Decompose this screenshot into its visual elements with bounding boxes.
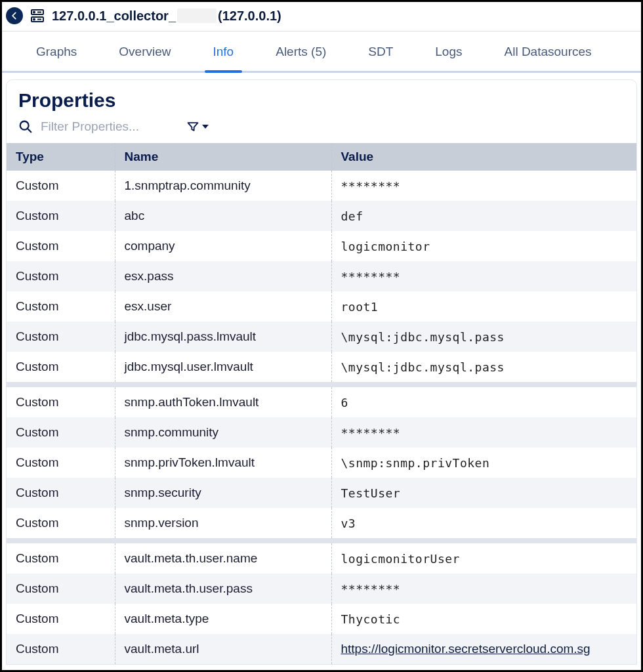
cell-value: ********	[331, 261, 636, 291]
svg-point-2	[33, 12, 35, 13]
cell-name: vault.meta.th.user.pass	[115, 574, 331, 604]
cell-value: ********	[331, 417, 636, 448]
page-header: 127.0.0.1_collector_ (127.0.0.1)	[2, 2, 641, 32]
search-icon[interactable]	[18, 119, 33, 134]
cell-name: vault.meta.th.user.name	[115, 543, 331, 574]
page-title: 127.0.0.1_collector_ (127.0.0.1)	[52, 9, 281, 24]
table-header-row: Type Name Value	[7, 143, 636, 171]
cell-name: snmp.security	[115, 478, 331, 508]
cell-name: jdbc.mysql.user.lmvault	[115, 352, 331, 382]
cell-name: vault.meta.type	[115, 604, 331, 634]
table-row: Customsnmp.privToken.lmvault\snmp:snmp.p…	[7, 448, 636, 478]
cell-name: vault.meta.url	[115, 634, 331, 664]
table-row: Customjdbc.mysql.user.lmvault\mysql:jdbc…	[7, 352, 636, 382]
svg-line-7	[28, 129, 31, 133]
server-icon	[30, 8, 45, 24]
cell-type: Custom	[7, 417, 115, 448]
cell-name: 1.snmptrap.community	[115, 171, 331, 201]
back-button[interactable]	[6, 7, 23, 24]
cell-type: Custom	[7, 171, 115, 201]
cell-name: snmp.community	[115, 417, 331, 448]
cell-type: Custom	[7, 478, 115, 508]
table-row: Customsnmp.securityTestUser	[7, 478, 636, 508]
table-row: Customabcdef	[7, 201, 636, 231]
tab-logs[interactable]: Logs	[414, 32, 483, 71]
chevron-left-icon	[10, 11, 19, 20]
cell-value: 6	[331, 387, 636, 417]
properties-table: Type Name Value Custom1.snmptrap.communi…	[7, 143, 636, 664]
cell-type: Custom	[7, 231, 115, 261]
cell-type: Custom	[7, 543, 115, 574]
cell-type: Custom	[7, 352, 115, 382]
page-title-ip: (127.0.0.1)	[218, 9, 281, 24]
table-row: Customvault.meta.th.user.namelogicmonito…	[7, 543, 636, 574]
table-row: Customesx.pass********	[7, 261, 636, 291]
cell-value: logicmonitor	[331, 231, 636, 261]
redacted-segment	[177, 9, 217, 23]
table-row: Customvault.meta.th.user.pass********	[7, 574, 636, 604]
filter-row	[7, 117, 636, 143]
cell-value: v3	[331, 508, 636, 538]
table-row: Customvault.meta.urlhttps://logicmonitor…	[7, 634, 636, 664]
cell-name: jdbc.mysql.pass.lmvault	[115, 322, 331, 352]
cell-name: snmp.privToken.lmvault	[115, 448, 331, 478]
cell-type: Custom	[7, 604, 115, 634]
svg-point-3	[33, 19, 35, 20]
cell-type: Custom	[7, 634, 115, 664]
filter-dropdown[interactable]	[186, 120, 209, 133]
cell-name: snmp.version	[115, 508, 331, 538]
group-divider	[7, 382, 636, 387]
table-row: Customesx.userroot1	[7, 291, 636, 322]
tab-graphs[interactable]: Graphs	[15, 32, 98, 71]
cell-type: Custom	[7, 448, 115, 478]
cell-type: Custom	[7, 291, 115, 322]
table-row: Customsnmp.versionv3	[7, 508, 636, 538]
properties-panel: Properties Type Name Value Custom1.snmpt…	[6, 79, 637, 665]
cell-value: \mysql:jdbc.mysql.pass	[331, 322, 636, 352]
cell-type: Custom	[7, 201, 115, 231]
column-header-value[interactable]: Value	[331, 143, 636, 171]
cell-value: ********	[331, 171, 636, 201]
panel-title: Properties	[7, 80, 636, 117]
funnel-icon	[186, 120, 199, 133]
cell-name: company	[115, 231, 331, 261]
cell-value: def	[331, 201, 636, 231]
tab-alerts-5-[interactable]: Alerts (5)	[255, 32, 347, 71]
tab-all-datasources[interactable]: All Datasources	[483, 32, 612, 71]
cell-value: logicmonitorUser	[331, 543, 636, 574]
page-title-prefix: 127.0.0.1_collector_	[52, 9, 176, 24]
cell-value: Thycotic	[331, 604, 636, 634]
table-row: Customsnmp.authToken.lmvault6	[7, 387, 636, 417]
table-row: Customsnmp.community********	[7, 417, 636, 448]
table-row: Customcompanylogicmonitor	[7, 231, 636, 261]
cell-value: root1	[331, 291, 636, 322]
filter-input[interactable]	[41, 119, 178, 134]
cell-value: TestUser	[331, 478, 636, 508]
column-header-type[interactable]: Type	[7, 143, 115, 171]
cell-name: esx.user	[115, 291, 331, 322]
table-row: Customjdbc.mysql.pass.lmvault\mysql:jdbc…	[7, 322, 636, 352]
cell-value: https://logicmonitor.secretservercloud.c…	[331, 634, 636, 664]
cell-type: Custom	[7, 261, 115, 291]
tab-info[interactable]: Info	[192, 32, 255, 71]
cell-value: \snmp:snmp.privToken	[331, 448, 636, 478]
group-divider	[7, 538, 636, 543]
tab-overview[interactable]: Overview	[98, 32, 192, 71]
cell-value: ********	[331, 574, 636, 604]
value-link[interactable]: https://logicmonitor.secretservercloud.c…	[341, 642, 591, 656]
column-header-name[interactable]: Name	[115, 143, 331, 171]
table-row: Custom1.snmptrap.community********	[7, 171, 636, 201]
cell-type: Custom	[7, 508, 115, 538]
cell-type: Custom	[7, 387, 115, 417]
cell-type: Custom	[7, 574, 115, 604]
tab-bar: GraphsOverviewInfoAlerts (5)SDTLogsAll D…	[2, 32, 641, 73]
chevron-down-icon	[202, 125, 209, 129]
table-row: Customvault.meta.typeThycotic	[7, 604, 636, 634]
cell-name: snmp.authToken.lmvault	[115, 387, 331, 417]
cell-name: abc	[115, 201, 331, 231]
cell-name: esx.pass	[115, 261, 331, 291]
cell-type: Custom	[7, 322, 115, 352]
tab-sdt[interactable]: SDT	[347, 32, 414, 71]
cell-value: \mysql:jdbc.mysql.pass	[331, 352, 636, 382]
